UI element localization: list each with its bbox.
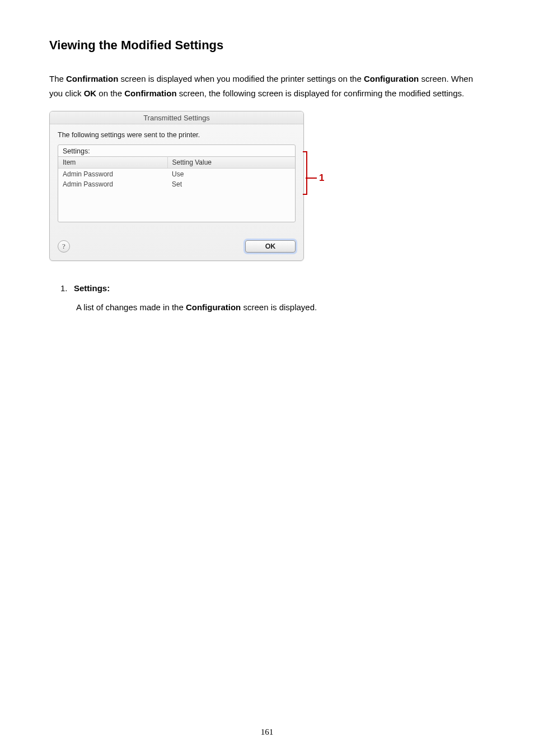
cell-value: Set bbox=[167, 179, 295, 189]
ok-button[interactable]: OK bbox=[245, 240, 296, 253]
dialog-message: The following settings were sent to the … bbox=[58, 131, 296, 139]
callout-number: 1 bbox=[319, 172, 324, 184]
help-icon: ? bbox=[62, 242, 65, 251]
intro-bold-confirmation-2: Confirmation bbox=[124, 88, 176, 98]
page-number: 161 bbox=[0, 727, 534, 737]
explanation-list: 1. Settings: A list of changes made in t… bbox=[49, 283, 485, 314]
settings-panel: Settings: Item Setting Value Admin Passw… bbox=[58, 144, 296, 222]
intro-text: The bbox=[49, 74, 66, 83]
explain-body: A list of changes made in the Configurat… bbox=[60, 301, 485, 314]
intro-bold-configuration: Configuration bbox=[364, 74, 419, 83]
column-header-item[interactable]: Item bbox=[58, 157, 167, 169]
page-heading: Viewing the Modified Settings bbox=[49, 38, 485, 53]
intro-text: on the bbox=[96, 88, 124, 98]
table-row: Admin Password Set bbox=[58, 179, 295, 189]
cell-item: Admin Password bbox=[58, 169, 167, 180]
table-row: Admin Password Use bbox=[58, 169, 295, 180]
callout-line bbox=[306, 178, 317, 179]
intro-bold-ok: OK bbox=[84, 88, 97, 98]
intro-text: screen, the following screen is displaye… bbox=[177, 88, 465, 98]
dialog-title: Transmitted Settings bbox=[50, 111, 303, 124]
explain-title: Settings: bbox=[74, 283, 110, 293]
explain-text: A list of changes made in the bbox=[76, 302, 186, 312]
help-button[interactable]: ? bbox=[58, 240, 70, 253]
settings-label: Settings: bbox=[58, 145, 295, 156]
settings-table: Item Setting Value Admin Password Use Ad… bbox=[58, 156, 295, 222]
transmitted-settings-dialog: Transmitted Settings The following setti… bbox=[49, 111, 304, 261]
callout-marker: 1 bbox=[306, 172, 324, 184]
explain-number: 1. bbox=[60, 283, 71, 293]
explain-text: screen is displayed. bbox=[241, 302, 317, 312]
intro-bold-confirmation-1: Confirmation bbox=[66, 74, 118, 83]
intro-text: screen is displayed when you modified th… bbox=[118, 74, 364, 83]
cell-item: Admin Password bbox=[58, 179, 167, 189]
cell-value: Use bbox=[167, 169, 295, 180]
dialog-screenshot: Transmitted Settings The following setti… bbox=[49, 111, 318, 261]
explain-bold-configuration: Configuration bbox=[186, 302, 241, 312]
column-header-value[interactable]: Setting Value bbox=[167, 157, 295, 169]
intro-paragraph: The Confirmation screen is displayed whe… bbox=[49, 72, 485, 101]
